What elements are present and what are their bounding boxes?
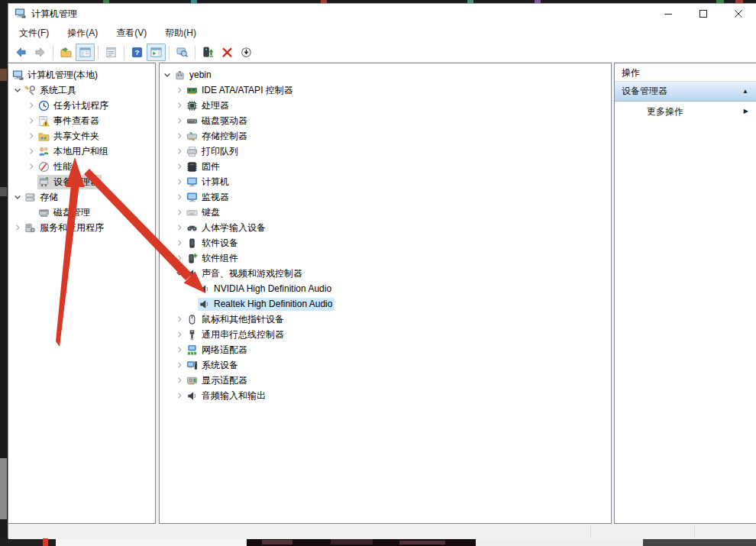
chevron-collapsed-icon[interactable] <box>25 145 37 157</box>
device-tree-item[interactable]: 显示适配器 <box>160 373 611 388</box>
disable-device-button[interactable] <box>237 44 256 61</box>
menu-item-0[interactable]: 文件(F) <box>16 25 52 41</box>
tree-item-performance[interactable]: 性能 <box>8 159 155 174</box>
chevron-expanded-icon[interactable] <box>11 191 24 203</box>
device-tree-root[interactable]: yebin <box>160 67 611 82</box>
show-console-tree-button[interactable] <box>76 44 95 61</box>
device-tree-item[interactable]: 软件设备 <box>160 235 611 250</box>
update-driver-button[interactable] <box>199 44 218 61</box>
tree-item-label: 事件查看器 <box>53 115 99 128</box>
menu-item-2[interactable]: 查看(V) <box>113 25 150 41</box>
tree-item-label: 人体学输入设备 <box>202 221 266 234</box>
disable-icon <box>241 47 252 58</box>
help-button[interactable]: ? <box>128 44 147 61</box>
chevron-collapsed-icon[interactable] <box>173 221 186 234</box>
processor-icon <box>186 100 198 111</box>
device-tree-item[interactable]: 鼠标和其他指针设备 <box>160 312 611 327</box>
device-list-pane: yebinIDE ATA/ATAPI 控制器处理器磁盘驱动器存储控制器打印队列固… <box>159 63 612 524</box>
forward-button[interactable] <box>31 44 50 61</box>
device-tree-item[interactable]: IDE ATA/ATAPI 控制器 <box>160 82 611 98</box>
chevron-collapsed-icon[interactable] <box>173 328 186 341</box>
chevron-collapsed-icon[interactable] <box>25 115 37 127</box>
title-bar[interactable]: 计算机管理 <box>8 4 756 24</box>
device-tree-item-sound-controllers[interactable]: 声音、视频和游戏控制器 <box>160 266 611 281</box>
tree-item-device-manager[interactable]: 设备管理器 <box>8 174 155 189</box>
chevron-collapsed-icon[interactable] <box>11 221 24 234</box>
more-actions-item[interactable]: 更多操作 ▶ <box>615 102 756 121</box>
uninstall-device-button[interactable] <box>218 44 237 61</box>
device-tree-item[interactable]: 音频输入和输出 <box>160 388 611 403</box>
tree-item-disk-management[interactable]: 磁盘管理 <box>8 205 155 220</box>
menu-item-3[interactable]: 帮助(H) <box>162 25 199 41</box>
tree-item-label: 系统设备 <box>202 359 238 372</box>
device-tree-item[interactable]: 软件组件 <box>160 250 611 266</box>
chevron-collapsed-icon[interactable] <box>173 206 186 218</box>
expand-more-actions-icon[interactable]: ▶ <box>744 108 748 115</box>
tree-item-label: 键盘 <box>202 206 220 219</box>
chevron-collapsed-icon[interactable] <box>173 130 186 142</box>
tree-item-local-users[interactable]: 本地用户和组 <box>8 144 155 159</box>
tree-item-storage[interactable]: 存储 <box>8 189 155 205</box>
tree-item-label: 音频输入和输出 <box>202 389 266 402</box>
tree-item-label: 磁盘驱动器 <box>202 115 247 128</box>
chevron-collapsed-icon[interactable] <box>173 359 186 371</box>
tree-item-event-viewer[interactable]: 事件查看器 <box>8 113 155 128</box>
device-tree-item[interactable]: 系统设备 <box>160 357 611 373</box>
maximize-button[interactable] <box>686 4 721 24</box>
properties-button[interactable] <box>102 44 121 61</box>
back-button[interactable] <box>11 44 31 61</box>
chevron-collapsed-icon[interactable] <box>173 313 186 325</box>
device-tree-item[interactable]: 键盘 <box>160 205 611 220</box>
tree-item-shared-folders[interactable]: 共享文件夹 <box>8 128 155 144</box>
device-tree-item[interactable]: 打印队列 <box>160 144 611 159</box>
device-tree-item[interactable]: 处理器 <box>160 98 611 113</box>
chevron-collapsed-icon[interactable] <box>173 374 186 386</box>
device-tree-item[interactable]: 监视器 <box>160 189 611 205</box>
chevron-collapsed-icon[interactable] <box>173 252 186 264</box>
device-tree-item[interactable]: 计算机 <box>160 174 611 189</box>
chevron-collapsed-icon[interactable] <box>25 130 37 142</box>
chevron-collapsed-icon[interactable] <box>173 176 186 188</box>
device-tree-item[interactable]: 人体学输入设备 <box>160 220 611 235</box>
device-tree-item[interactable]: 网络适配器 <box>160 342 611 357</box>
device-tree-item[interactable]: 通用串行总线控制器 <box>160 327 611 342</box>
chevron-collapsed-icon[interactable] <box>25 160 37 173</box>
chevron-collapsed-icon[interactable] <box>173 160 186 173</box>
tree-item-label: 软件组件 <box>202 252 238 265</box>
chevron-collapsed-icon[interactable] <box>25 99 37 111</box>
chevron-expanded-icon[interactable] <box>161 69 173 81</box>
device-tree-item[interactable]: 磁盘驱动器 <box>160 113 611 128</box>
indent-spacer <box>25 206 37 218</box>
chevron-collapsed-icon[interactable] <box>173 84 186 96</box>
chevron-collapsed-icon[interactable] <box>173 389 186 402</box>
tree-item-system-tools[interactable]: 系统工具 <box>8 82 155 98</box>
scan-hardware-button[interactable] <box>173 44 192 61</box>
shared-folder-icon <box>38 131 50 142</box>
chevron-collapsed-icon[interactable] <box>173 344 186 356</box>
show-action-pane-button[interactable] <box>147 44 166 61</box>
toolbar-separator <box>169 46 170 60</box>
chevron-collapsed-icon[interactable] <box>173 237 186 249</box>
chevron-collapsed-icon[interactable] <box>173 145 186 157</box>
chevron-expanded-icon[interactable] <box>11 84 24 96</box>
tree-item-computer-management[interactable]: 计算机管理(本地) <box>8 67 155 82</box>
menu-item-1[interactable]: 操作(A) <box>64 25 101 41</box>
tree-item-task-scheduler[interactable]: 任务计划程序 <box>8 98 155 113</box>
export-list-button[interactable] <box>57 44 76 61</box>
actions-section-device-manager[interactable]: 设备管理器 ▲ <box>615 82 756 102</box>
chevron-collapsed-icon[interactable] <box>173 191 186 203</box>
device-tree-item-realtek-audio[interactable]: Realtek High Definition Audio <box>160 296 611 312</box>
chevron-collapsed-icon[interactable] <box>173 99 186 111</box>
chevron-expanded-icon[interactable] <box>173 267 186 279</box>
chevron-collapsed-icon[interactable] <box>173 115 186 127</box>
minimize-button[interactable] <box>651 4 686 24</box>
users-icon <box>38 146 50 157</box>
toolbar-separator <box>195 46 195 60</box>
properties-icon <box>105 47 117 58</box>
device-tree-item[interactable]: 存储控制器 <box>160 128 611 144</box>
device-tree-item[interactable]: 固件 <box>160 159 611 174</box>
collapse-section-icon[interactable]: ▲ <box>742 89 748 95</box>
tree-item-services-apps[interactable]: 服务和应用程序 <box>8 220 155 235</box>
close-button[interactable] <box>721 4 756 24</box>
device-tree-item-nvidia-audio[interactable]: NVIDIA High Definition Audio <box>160 281 611 296</box>
